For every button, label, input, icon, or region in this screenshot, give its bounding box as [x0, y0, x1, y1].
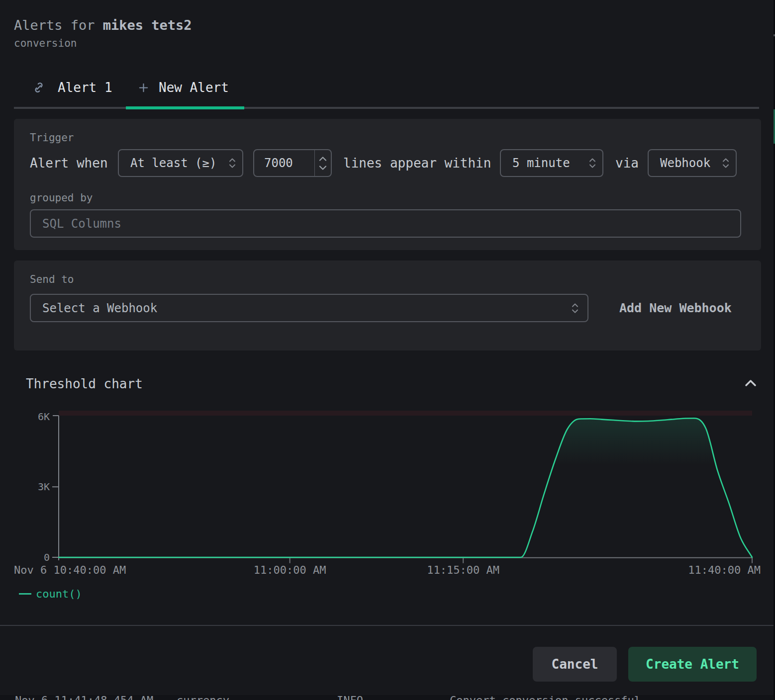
tab-alert-1-label: Alert 1 [58, 80, 112, 95]
x-axis-label: 11:40:00 AM [688, 564, 761, 576]
grouped-by-label: grouped by [30, 192, 93, 204]
chevron-updown-icon [228, 157, 236, 169]
log-service: currency [177, 695, 229, 700]
footer-divider [0, 625, 774, 626]
collapse-chart-button[interactable] [741, 375, 760, 390]
page-title: Alerts for mikes tets2 [14, 18, 192, 33]
group-by-placeholder: SQL Columns [31, 217, 121, 231]
send-to-panel: Send to Select a Webhook Add New Webhook [14, 261, 761, 350]
number-spinner [314, 150, 331, 176]
tab-new-alert[interactable]: New Alert [138, 80, 229, 95]
log-level: INFO [337, 695, 363, 700]
series-area [59, 418, 752, 557]
x-axis-label: 11:15:00 AM [427, 564, 499, 576]
webhook-select-value: Select a Webhook [31, 301, 157, 315]
x-axis-label: Nov 6 10:40:00 AM [14, 564, 126, 576]
channel-select-value: Webhook [649, 156, 710, 170]
time-window-select-value: 5 minute [501, 156, 570, 170]
tab-alert-1[interactable]: Alert 1 [32, 80, 112, 95]
log-timestamp: Nov 6 11:41:48.454 AM [15, 695, 153, 700]
channel-select[interactable]: Webhook [648, 149, 737, 177]
chevron-updown-icon [722, 157, 730, 169]
legend-dash-icon [19, 593, 31, 595]
y-axis-label: 3K [38, 481, 50, 493]
legend-label: count() [36, 588, 82, 600]
threshold-chart: Nov 6 10:40:00 AM11:00:00 AM11:15:00 AM1… [0, 398, 775, 576]
plus-icon [138, 82, 149, 93]
trigger-panel: Trigger Alert when At least (≥) 7000 lin… [14, 119, 761, 250]
threshold-number-input[interactable]: 7000 [253, 149, 332, 177]
page-subtitle: conversion [14, 38, 77, 49]
threshold-chart-title: Threshold chart [26, 376, 143, 391]
threshold-number-value: 7000 [254, 156, 293, 170]
log-message: Convert conversion successful [450, 695, 641, 700]
add-new-webhook-button[interactable]: Add New Webhook [619, 294, 732, 322]
group-by-input[interactable]: SQL Columns [30, 209, 741, 238]
send-to-label: Send to [30, 273, 74, 285]
cancel-button[interactable]: Cancel [533, 647, 617, 682]
page-title-source-name: mikes tets2 [103, 17, 192, 33]
chevron-updown-icon [571, 302, 579, 314]
spinner-up-icon[interactable] [319, 157, 327, 161]
alerts-modal: Alerts for mikes tets2 conversion Alert … [0, 0, 775, 700]
chevron-up-icon [745, 379, 756, 386]
y-axis-label: 6K [38, 411, 50, 423]
time-window-select[interactable]: 5 minute [500, 149, 603, 177]
alert-when-text: Alert when [30, 149, 108, 177]
chart-legend[interactable]: count() [19, 588, 82, 600]
condition-select-value: At least (≥) [119, 156, 216, 170]
x-axis-label: 11:00:00 AM [254, 564, 326, 576]
condition-select[interactable]: At least (≥) [118, 149, 243, 177]
y-axis-label: 0 [44, 551, 50, 563]
page-title-prefix: Alerts for [14, 17, 103, 33]
chevron-updown-icon [588, 157, 596, 169]
lines-appear-within-text: lines appear within [343, 149, 491, 177]
background-log-row: Nov 6 11:41:48.454 AM currency INFO Conv… [0, 695, 775, 700]
link-icon [32, 81, 46, 94]
webhook-select[interactable]: Select a Webhook [30, 294, 588, 322]
spinner-down-icon[interactable] [319, 166, 327, 170]
trigger-section-label: Trigger [30, 132, 74, 144]
create-alert-button[interactable]: Create Alert [628, 647, 757, 682]
via-text: via [615, 149, 639, 177]
active-tab-indicator [126, 106, 244, 109]
tab-new-alert-label: New Alert [159, 80, 229, 95]
threshold-band [59, 411, 752, 416]
